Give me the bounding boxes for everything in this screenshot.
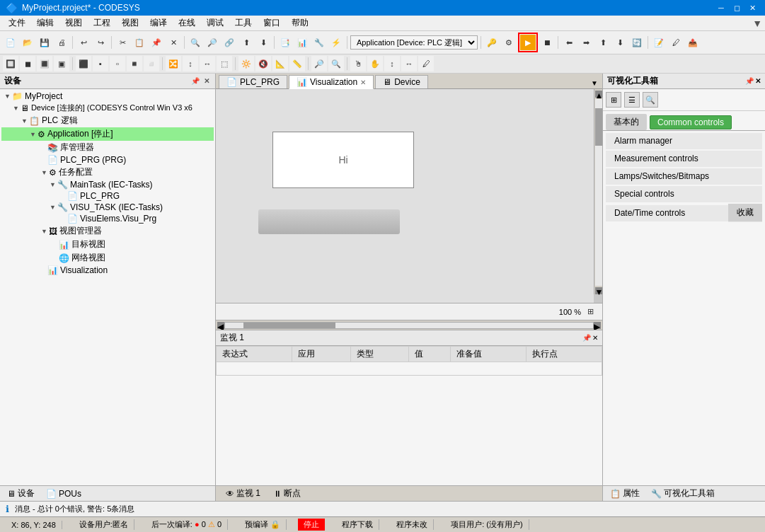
tb-print[interactable]: 🖨 (54, 35, 69, 50)
toolbox-list-icon[interactable]: ☰ (624, 92, 640, 108)
tb-btn20[interactable]: 📝 (651, 35, 667, 50)
tb2-btn8[interactable]: ◾ (127, 56, 142, 71)
menu-online[interactable]: 在线 (173, 16, 201, 30)
toolbox-item-lamps[interactable]: Lamps/Switches/Bitmaps (606, 168, 762, 185)
close-button[interactable]: ✕ (745, 2, 759, 13)
menu-view2[interactable]: 视图 (116, 16, 144, 30)
v-scroll-down[interactable]: ▼ (595, 287, 602, 294)
gray-button[interactable] (258, 209, 400, 234)
tb-btn13[interactable]: ⚙ (501, 35, 517, 50)
tree-item-network-view[interactable]: ▶ 🌐 网络视图 (1, 251, 214, 265)
toolbox-item-datetime[interactable]: Date/Time controls (606, 205, 728, 221)
minimize-button[interactable]: ─ (714, 2, 728, 13)
device-tree[interactable]: ▼ 📁 MyProject ▼ 🖥 Device [连接的] (CODESYS … (0, 89, 215, 485)
right-tab-toolbox[interactable]: 🔧 可视化工具箱 (647, 486, 719, 501)
tb2-btn22[interactable]: ↕ (384, 56, 400, 71)
tb2-btn13[interactable]: ⬚ (217, 56, 232, 71)
tab-visualization[interactable]: 📊 Visualization ✕ (289, 75, 374, 89)
tb-open[interactable]: 📂 (20, 35, 35, 50)
tb-copy[interactable]: 📋 (132, 35, 147, 50)
tb2-btn18[interactable]: 🔎 (311, 56, 327, 71)
tab-device[interactable]: 🖥 Device (375, 75, 428, 88)
h-scroll-track[interactable] (224, 322, 594, 329)
menu-compile[interactable]: 编译 (144, 16, 173, 30)
tb2-btn6[interactable]: ▪ (93, 56, 108, 71)
tb2-btn23[interactable]: ↔ (401, 56, 417, 71)
v-scroll-track[interactable] (595, 99, 602, 286)
toolbox-item-alarm[interactable]: Alarm manager (606, 133, 762, 149)
tree-item-visualization[interactable]: ▶ 📊 Visualization (1, 265, 214, 276)
tree-arrow-maintask[interactable]: ▼ (50, 181, 56, 188)
tb-btn16[interactable]: ➡ (578, 35, 594, 50)
tb2-btn17[interactable]: 📏 (289, 56, 305, 71)
right-tab-properties[interactable]: 📋 属性 (606, 486, 644, 501)
h-scroll-thumb[interactable] (243, 323, 335, 328)
tree-item-target-view[interactable]: ▶ 📊 目标视图 (1, 238, 214, 251)
tree-item-plcprg2[interactable]: ▶ 📄 PLC_PRG (1, 190, 214, 202)
tb2-btn20[interactable]: 🖱 (350, 56, 366, 71)
tb-btn14[interactable]: ⏹ (539, 35, 555, 50)
tb-btn12[interactable]: 🔑 (484, 35, 500, 50)
hi-textbox[interactable]: Hi (272, 132, 414, 188)
tb-delete[interactable]: ✕ (166, 35, 181, 50)
tree-item-lib[interactable]: ▶ 📚 库管理器 (1, 141, 214, 154)
tb-btn11[interactable]: ⚡ (328, 35, 344, 50)
watch-close-btn[interactable]: ✕ (592, 334, 598, 342)
tree-arrow-device[interactable]: ▼ (13, 105, 19, 112)
tb-btn18[interactable]: ⬇ (612, 35, 628, 50)
toolbox-tab-basic[interactable]: 基本的 (606, 114, 647, 130)
menu-file[interactable]: 文件 (3, 16, 31, 30)
panel-close-btn[interactable]: ✕ (202, 77, 211, 85)
tb2-btn19[interactable]: 🔍 (328, 56, 344, 71)
tb2-btn12[interactable]: ↔ (200, 56, 215, 71)
tree-item-device[interactable]: ▼ 🖥 Device [连接的] (CODESYS Control Win V3… (1, 102, 214, 114)
tree-item-task-config[interactable]: ▼ ⚙ 任务配置 (1, 166, 214, 179)
tb-btn19[interactable]: 🔄 (629, 35, 645, 50)
tree-arrow-plc[interactable]: ▼ (21, 117, 28, 125)
tb2-btn16[interactable]: 📐 (272, 56, 288, 71)
canvas-area[interactable]: ▲ ▼ Hi (216, 89, 602, 303)
toolbox-pin-btn[interactable]: 📌 (745, 77, 754, 85)
toolbox-item-special[interactable]: Special controls (606, 186, 762, 202)
tb-find2[interactable]: 🔎 (205, 35, 220, 50)
tb-btn15[interactable]: ⬅ (561, 35, 577, 50)
menu-debug[interactable]: 调试 (201, 16, 229, 30)
tb2-btn10[interactable]: 🔀 (166, 56, 181, 71)
tree-arrow-myproject[interactable]: ▼ (4, 93, 11, 100)
tb-find[interactable]: 🔍 (188, 35, 203, 50)
tb2-btn14[interactable]: 🔆 (238, 56, 254, 71)
tb2-btn7[interactable]: ▫ (110, 56, 125, 71)
left-tab-pous[interactable]: 📄 POUs (42, 487, 86, 500)
tree-item-maintask[interactable]: ▼ 🔧 MainTask (IEC-Tasks) (1, 179, 214, 190)
menu-view1[interactable]: 视图 (59, 16, 88, 30)
bottom-tab-watch[interactable]: 👁 监视 1 (222, 486, 265, 501)
tb-btn8[interactable]: 📑 (277, 35, 293, 50)
menu-project[interactable]: 工程 (88, 16, 116, 30)
tb2-btn4[interactable]: ▣ (54, 56, 69, 71)
tb-btn5[interactable]: 🔗 (222, 35, 237, 50)
left-tab-device[interactable]: 🖥 设备 (3, 486, 39, 501)
panel-pin-btn[interactable]: 📌 (190, 77, 201, 85)
tb2-btn1[interactable]: 🔲 (3, 56, 18, 71)
tb-cut[interactable]: ✂ (115, 35, 130, 50)
v-scroll-thumb[interactable] (595, 108, 602, 146)
bottom-tab-breakpoints[interactable]: ⏸ 断点 (269, 486, 305, 501)
tb2-btn2[interactable]: ◼ (20, 56, 35, 71)
tb2-btn21[interactable]: ✋ (367, 56, 383, 71)
tree-item-visuprg[interactable]: ▶ 📄 VisuElems.Visu_Prg (1, 213, 214, 224)
tree-item-visu-manager[interactable]: ▼ 🖼 视图管理器 (1, 224, 214, 238)
tb-undo[interactable]: ↩ (76, 35, 91, 50)
tab-close-visualization[interactable]: ✕ (360, 79, 366, 86)
toolbox-item-measurement[interactable]: Measurement controls (606, 151, 762, 167)
tb2-btn15[interactable]: 🔇 (255, 56, 271, 71)
v-scroll-up[interactable]: ▲ (595, 91, 602, 98)
tree-arrow-tasks[interactable]: ▼ (41, 169, 47, 176)
play-button[interactable]: ▶ (520, 35, 536, 50)
toolbox-item-favorites[interactable]: 收藏 (728, 204, 762, 222)
options-icon[interactable]: ▼ (752, 18, 762, 29)
tree-item-plc-logic[interactable]: ▼ 📋 PLC 逻辑 (1, 114, 214, 127)
tb-paste[interactable]: 📌 (149, 35, 164, 50)
tree-arrow-app[interactable]: ▼ (30, 131, 36, 138)
toolbox-grid-icon[interactable]: ⊞ (606, 92, 621, 108)
tb2-btn3[interactable]: 🔳 (37, 56, 52, 71)
